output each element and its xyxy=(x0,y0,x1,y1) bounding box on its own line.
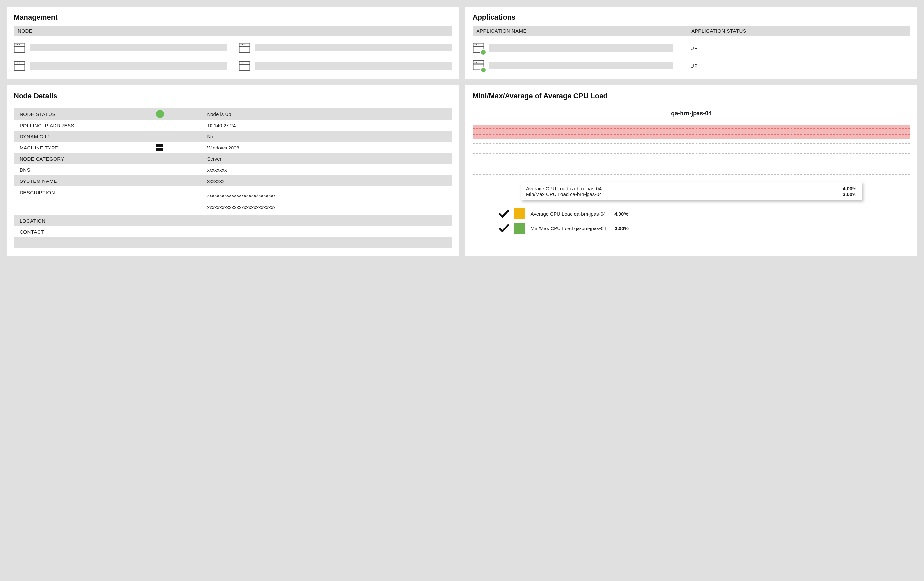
tooltip-value: 3.00% xyxy=(843,191,857,197)
applications-title: Applications xyxy=(473,13,911,21)
window-icon xyxy=(14,43,25,53)
window-icon xyxy=(239,61,250,71)
window-icon xyxy=(14,61,25,71)
detail-label: NODE CATEGORY xyxy=(20,156,156,162)
application-name-placeholder xyxy=(489,62,673,69)
detail-label: DESCRIPTION xyxy=(20,190,156,195)
check-icon xyxy=(499,224,509,233)
management-panel: Management NODE xyxy=(7,7,459,79)
detail-row-status: NODE STATUS Node is Up xyxy=(14,108,452,120)
detail-value: xxxxxxxxxxxxxxxxxxxxxxxxxxxx xxxxxxxxxxx… xyxy=(207,190,446,213)
chart-tooltip: Average CPU Load qa-brn-jpas-044.00%Min/… xyxy=(521,182,862,200)
detail-row-dns: DNS xxxxxxxx xyxy=(14,164,452,175)
divider xyxy=(473,105,911,106)
detail-value: No xyxy=(207,134,446,139)
detail-value: xxxxxxx xyxy=(207,178,446,184)
detail-label: POLLING IP ADDRESS xyxy=(20,123,156,128)
detail-row-polling: POLLING IP ADDRESS 10.140.27.24 xyxy=(14,120,452,131)
window-icon xyxy=(239,43,250,53)
management-col-node: NODE xyxy=(18,28,448,34)
node-name-placeholder xyxy=(30,44,227,51)
applications-col-status: APPLICATION STATUS xyxy=(691,28,906,34)
detail-value: xxxxxxxx xyxy=(207,167,446,173)
management-header: NODE xyxy=(14,26,452,36)
application-row[interactable]: UP xyxy=(473,60,911,71)
management-title: Management xyxy=(14,13,452,21)
cpu-subtitle: qa-brn-jpas-04 xyxy=(473,110,911,117)
detail-label: SYSTEM NAME xyxy=(20,178,156,184)
detail-row-contact: CONTACT xyxy=(14,226,452,237)
detail-value: Windows 2008 xyxy=(207,145,446,150)
node-details-title: Node Details xyxy=(14,92,452,100)
detail-label: DNS xyxy=(20,167,156,173)
detail-row-category: NODE CATEGORY Server xyxy=(14,153,452,164)
detail-row-description: DESCRIPTION xxxxxxxxxxxxxxxxxxxxxxxxxxxx… xyxy=(14,187,452,215)
detail-value: Node is Up xyxy=(207,111,446,117)
application-status: UP xyxy=(690,63,698,69)
description-line: xxxxxxxxxxxxxxxxxxxxxxxxxxxx xyxy=(207,201,446,213)
detail-value: 10.140.27.24 xyxy=(207,123,446,128)
tooltip-label: Average CPU Load qa-brn-jpas-04 xyxy=(526,186,602,191)
node-details-panel: Node Details NODE STATUS Node is Up POLL… xyxy=(7,85,459,256)
application-status: UP xyxy=(690,45,698,51)
node-item[interactable] xyxy=(239,61,452,71)
node-name-placeholder xyxy=(255,62,452,69)
applications-col-name: APPLICATION NAME xyxy=(477,28,691,34)
application-name-placeholder xyxy=(489,45,673,51)
applications-panel: Applications APPLICATION NAME APPLICATIO… xyxy=(465,7,918,79)
node-item[interactable] xyxy=(14,61,227,71)
status-dot-icon xyxy=(480,49,486,55)
application-row[interactable]: UP xyxy=(473,43,911,53)
application-icon xyxy=(473,43,484,53)
cpu-panel: Mini/Max/Average of Average CPU Load qa-… xyxy=(465,85,918,256)
detail-label: CONTACT xyxy=(20,229,156,235)
legend-swatch xyxy=(515,223,525,234)
tooltip-label: Min/Max CPU Load qa-brn-jpas-04 xyxy=(526,191,602,197)
detail-row-dynamic: DYNAMIC IP No xyxy=(14,131,452,142)
cpu-title: Mini/Max/Average of Average CPU Load xyxy=(473,92,911,100)
detail-row-blank xyxy=(14,237,452,248)
legend-label: Min/Max CPU Load qa-brn-jpas-04 xyxy=(531,226,606,231)
node-name-placeholder xyxy=(255,44,452,51)
legend-value: 4.00% xyxy=(614,211,628,217)
legend-value: 3.00% xyxy=(615,226,629,231)
description-line: xxxxxxxxxxxxxxxxxxxxxxxxxxxx xyxy=(207,190,446,201)
node-item[interactable] xyxy=(14,43,227,53)
applications-header: APPLICATION NAME APPLICATION STATUS xyxy=(473,26,911,36)
application-icon xyxy=(473,60,484,71)
detail-label: DYNAMIC IP xyxy=(20,134,156,139)
detail-label: LOCATION xyxy=(20,218,156,224)
cpu-chart[interactable] xyxy=(474,125,909,177)
detail-row-machine: MACHINE TYPE Windows 2008 xyxy=(14,142,452,153)
detail-value: Server xyxy=(207,156,446,162)
detail-row-sysname: SYSTEM NAME xxxxxxx xyxy=(14,175,452,187)
node-item[interactable] xyxy=(239,43,452,53)
check-icon xyxy=(499,209,509,218)
status-dot-icon xyxy=(156,110,164,118)
detail-label: NODE STATUS xyxy=(20,111,156,117)
detail-label: MACHINE TYPE xyxy=(20,145,156,150)
legend-label: Average CPU Load qa-brn-jpas-04 xyxy=(531,211,606,217)
legend-row[interactable]: Min/Max CPU Load qa-brn-jpas-043.00% xyxy=(499,223,911,234)
detail-row-location: LOCATION xyxy=(14,215,452,226)
status-dot-icon xyxy=(480,67,486,73)
legend-swatch xyxy=(515,208,525,220)
node-name-placeholder xyxy=(30,62,227,69)
tooltip-value: 4.00% xyxy=(843,186,857,191)
windows-icon xyxy=(156,144,163,151)
legend-row[interactable]: Average CPU Load qa-brn-jpas-044.00% xyxy=(499,208,911,220)
